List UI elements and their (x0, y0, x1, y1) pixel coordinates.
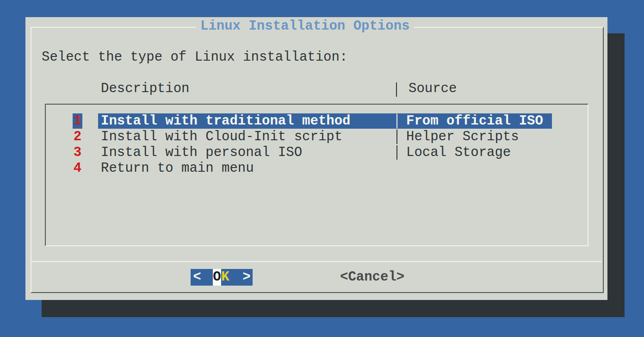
menu-item-3[interactable]: 3 Install with personal ISO Local Storag… (46, 145, 588, 160)
ok-left-bracket: < (193, 269, 201, 286)
item-number-cell: 3 (73, 145, 82, 160)
column-header-description: Description (101, 81, 189, 97)
installation-options-dialog: Linux Installation Options Select the ty… (25, 17, 607, 300)
ok-right-bracket: > (242, 269, 251, 286)
menu-item-1[interactable]: 1 Install with traditional method From o… (46, 113, 588, 129)
item-number: 4 (74, 161, 81, 176)
item-number-cell: 2 (73, 129, 82, 144)
column-separator-bar (396, 145, 397, 160)
menu-item-4[interactable]: 4 Return to main menu (46, 161, 588, 176)
button-bar-separator (31, 261, 602, 262)
item-description: Install with personal ISO (101, 145, 302, 160)
item-source: Local Storage (406, 145, 511, 160)
dialog-prompt: Select the type of Linux installation: (42, 50, 347, 65)
item-number-cell: 1 (73, 113, 82, 129)
column-separator-bar (396, 130, 397, 144)
item-number: 1 (74, 113, 81, 129)
ok-cursor-char: O (213, 269, 221, 286)
menu-item-2[interactable]: 2 Install with Cloud-Init script Helper … (46, 129, 588, 144)
item-number-cell: 4 (73, 161, 82, 176)
item-description: Return to main menu (101, 161, 254, 176)
item-description: Install with Cloud-Init script (101, 129, 342, 144)
dialog-title: Linux Installation Options (196, 19, 414, 34)
column-header-source: Source (409, 81, 457, 97)
column-separator-bar (396, 114, 397, 128)
terminal-screen: Linux Installation Options Select the ty… (0, 0, 644, 337)
item-description: Install with traditional method (101, 113, 351, 129)
ok-button[interactable]: < O K > (191, 269, 253, 286)
ok-hotkey-char: K (221, 269, 229, 286)
cancel-button[interactable]: <Cancel> (340, 269, 404, 285)
item-number: 3 (74, 145, 81, 160)
item-source: From official ISO (406, 113, 543, 129)
column-separator-bar (396, 82, 397, 97)
item-source: Helper Scripts (406, 129, 519, 144)
menu-listbox: 1 Install with traditional method From o… (45, 104, 588, 246)
item-number: 2 (74, 129, 81, 144)
